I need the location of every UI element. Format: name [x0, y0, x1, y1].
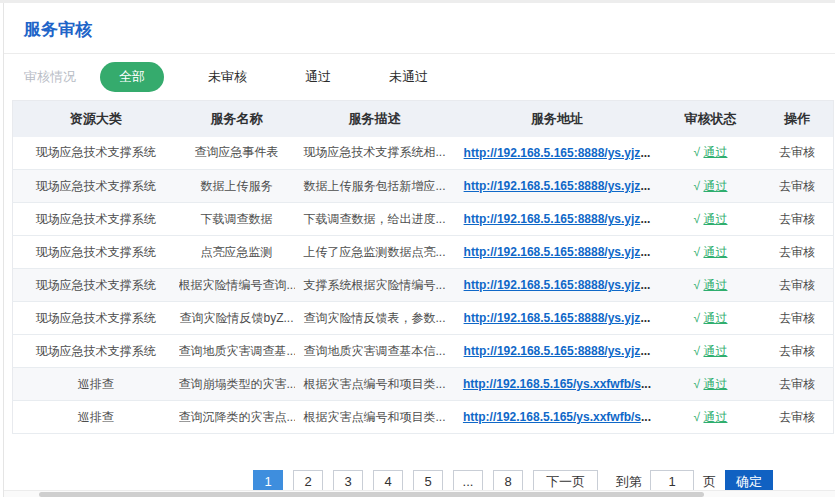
cell-category: 现场应急技术支撑系统	[13, 170, 179, 203]
filter-tab-0[interactable]: 全部	[100, 62, 164, 92]
go-audit-link[interactable]: 去审核	[779, 344, 815, 358]
service-url-link[interactable]: http://192.168.5.165:8888/ys.yjz	[464, 146, 641, 160]
audit-filter-row: 审核情况 全部未审核通过未通过	[4, 54, 835, 100]
cell-action: 去审核	[762, 335, 834, 368]
cell-service-desc: 支撑系统根据灾险情编号...	[295, 269, 455, 302]
cell-service-desc: 查询地质灾害调查基本信...	[295, 335, 455, 368]
cell-service-name: 下载调查数据	[179, 203, 295, 236]
table-row: 现场应急技术支撑系统查询地质灾害调查基...查询地质灾害调查基本信...http…	[13, 335, 834, 368]
cell-service-desc: 现场应急技术支撑系统相...	[295, 137, 455, 170]
cell-service-name: 查询崩塌类型的灾害...	[179, 368, 295, 401]
horizontal-scrollbar[interactable]	[4, 490, 835, 497]
cell-service-desc: 根据灾害点编号和项目类...	[295, 401, 455, 434]
page-title: 服务审核	[4, 3, 835, 53]
service-url-link[interactable]: http://192.168.5.165/ys.xxfwfb/s	[463, 377, 641, 391]
cell-service-name: 根据灾险情编号查询...	[179, 269, 295, 302]
cell-service-url: http://192.168.5.165/ys.xxfwfb/s...	[455, 401, 660, 434]
services-table: 资源大类服务名称服务描述服务地址审核状态操作 现场应急技术支撑系统查询应急事件表…	[12, 100, 834, 434]
goto-page-prefix: 到第	[616, 473, 642, 491]
table-row: 巡排查查询崩塌类型的灾害...根据灾害点编号和项目类...http://192.…	[13, 368, 834, 401]
url-ellipsis: ...	[640, 344, 650, 358]
service-url-link[interactable]: http://192.168.5.165:8888/ys.yjz	[464, 344, 641, 358]
check-icon: √	[694, 145, 701, 159]
url-ellipsis: ...	[640, 245, 650, 259]
cell-audit-status: √ 通过	[660, 401, 762, 434]
status-text: 通过	[703, 245, 727, 259]
cell-category: 现场应急技术支撑系统	[13, 236, 179, 269]
column-header: 资源大类	[13, 101, 179, 137]
cell-service-desc: 根据灾害点编号和项目类...	[295, 368, 455, 401]
cell-action: 去审核	[762, 401, 834, 434]
cell-service-name: 点亮应急监测	[179, 236, 295, 269]
check-icon: √	[694, 212, 701, 226]
service-url-link[interactable]: http://192.168.5.165:8888/ys.yjz	[464, 212, 641, 226]
filter-label: 审核情况	[24, 68, 76, 86]
status-text: 通过	[703, 344, 727, 358]
cell-category: 现场应急技术支撑系统	[13, 269, 179, 302]
table-row: 现场应急技术支撑系统根据灾险情编号查询...支撑系统根据灾险情编号...http…	[13, 269, 834, 302]
url-ellipsis: ...	[641, 377, 651, 391]
filter-tab-1[interactable]: 未审核	[194, 62, 261, 92]
column-header: 服务名称	[179, 101, 295, 137]
cell-service-desc: 上传了应急监测数据点亮...	[295, 236, 455, 269]
filter-tab-3[interactable]: 未通过	[375, 62, 442, 92]
cell-action: 去审核	[762, 368, 834, 401]
cell-audit-status: √ 通过	[660, 137, 762, 170]
cell-audit-status: √ 通过	[660, 203, 762, 236]
cell-service-name: 数据上传服务	[179, 170, 295, 203]
table-row: 巡排查查询沉降类的灾害点...根据灾害点编号和项目类...http://192.…	[13, 401, 834, 434]
service-url-link[interactable]: http://192.168.5.165/ys.xxfwfb/s	[463, 410, 641, 424]
column-header: 服务描述	[295, 101, 455, 137]
cell-action: 去审核	[762, 203, 834, 236]
service-url-link[interactable]: http://192.168.5.165:8888/ys.yjz	[464, 245, 641, 259]
go-audit-link[interactable]: 去审核	[779, 179, 815, 193]
cell-service-url: http://192.168.5.165:8888/ys.yjz...	[455, 236, 660, 269]
filter-tabs: 全部未审核通过未通过	[100, 62, 472, 92]
service-url-link[interactable]: http://192.168.5.165:8888/ys.yjz	[464, 311, 641, 325]
go-audit-link[interactable]: 去审核	[779, 278, 815, 292]
horizontal-scrollbar-thumb[interactable]	[39, 492, 704, 497]
table-row: 现场应急技术支撑系统数据上传服务数据上传服务包括新增应...http://192…	[13, 170, 834, 203]
go-audit-link[interactable]: 去审核	[779, 311, 815, 325]
status-text: 通过	[703, 278, 727, 292]
column-header: 审核状态	[660, 101, 762, 137]
status-text: 通过	[703, 212, 727, 226]
column-header: 操作	[762, 101, 834, 137]
cell-category: 巡排查	[13, 368, 179, 401]
cell-category: 现场应急技术支撑系统	[13, 335, 179, 368]
cell-service-desc: 下载调查数据，给出进度...	[295, 203, 455, 236]
table-row: 现场应急技术支撑系统查询应急事件表现场应急技术支撑系统相...http://19…	[13, 137, 834, 170]
cell-service-url: http://192.168.5.165:8888/ys.yjz...	[455, 137, 660, 170]
table-header-row: 资源大类服务名称服务描述服务地址审核状态操作	[13, 101, 834, 137]
cell-service-name: 查询地质灾害调查基...	[179, 335, 295, 368]
url-ellipsis: ...	[640, 146, 650, 160]
go-audit-link[interactable]: 去审核	[779, 145, 815, 159]
table-row: 现场应急技术支撑系统下载调查数据下载调查数据，给出进度...http://192…	[13, 203, 834, 236]
check-icon: √	[694, 344, 701, 358]
cell-service-desc: 数据上传服务包括新增应...	[295, 170, 455, 203]
cell-audit-status: √ 通过	[660, 170, 762, 203]
filter-tab-2[interactable]: 通过	[291, 62, 345, 92]
cell-category: 现场应急技术支撑系统	[13, 137, 179, 170]
service-url-link[interactable]: http://192.168.5.165:8888/ys.yjz	[464, 179, 641, 193]
go-audit-link[interactable]: 去审核	[779, 410, 815, 424]
status-text: 通过	[703, 179, 727, 193]
cell-service-name: 查询灾险情反馈byZ...	[179, 302, 295, 335]
service-url-link[interactable]: http://192.168.5.165:8888/ys.yjz	[464, 278, 641, 292]
go-audit-link[interactable]: 去审核	[779, 377, 815, 391]
cell-action: 去审核	[762, 137, 834, 170]
check-icon: √	[694, 245, 701, 259]
cell-category: 现场应急技术支撑系统	[13, 302, 179, 335]
status-text: 通过	[703, 311, 727, 325]
goto-page-suffix: 页	[703, 473, 716, 491]
cell-service-desc: 查询灾险情反馈表，参数...	[295, 302, 455, 335]
table-row: 现场应急技术支撑系统点亮应急监测上传了应急监测数据点亮...http://192…	[13, 236, 834, 269]
cell-service-url: http://192.168.5.165:8888/ys.yjz...	[455, 170, 660, 203]
go-audit-link[interactable]: 去审核	[779, 212, 815, 226]
cell-audit-status: √ 通过	[660, 368, 762, 401]
go-audit-link[interactable]: 去审核	[779, 245, 815, 259]
status-text: 通过	[703, 145, 727, 159]
cell-service-name: 查询沉降类的灾害点...	[179, 401, 295, 434]
check-icon: √	[694, 179, 701, 193]
cell-action: 去审核	[762, 302, 834, 335]
